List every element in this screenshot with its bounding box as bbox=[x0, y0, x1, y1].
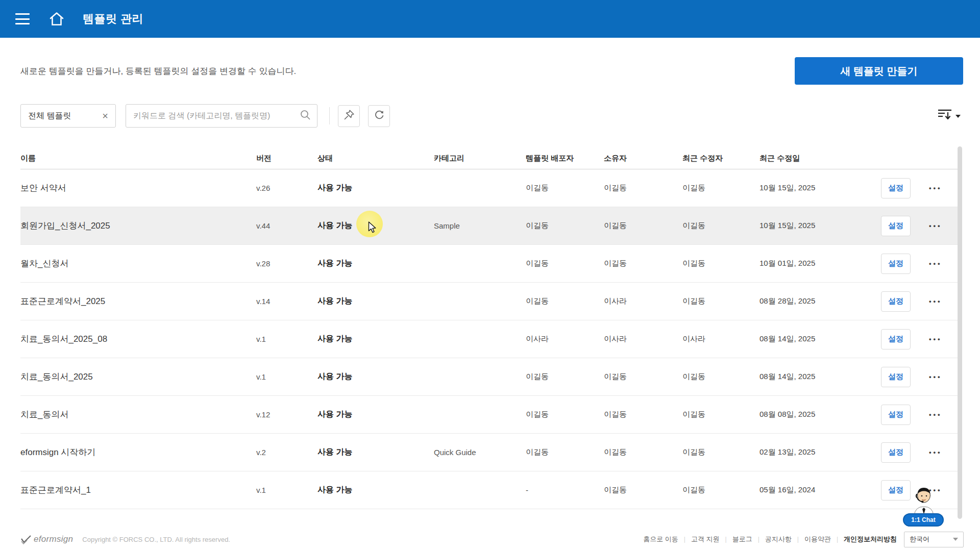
template-version: v.28 bbox=[256, 259, 317, 268]
more-options-icon[interactable]: ••• bbox=[929, 373, 942, 381]
more-options-icon[interactable]: ••• bbox=[929, 297, 942, 305]
footer-link-separator: | bbox=[758, 536, 760, 543]
template-last-modified-date: 08월 14일, 2025 bbox=[760, 372, 857, 382]
chat-agent-avatar[interactable] bbox=[912, 486, 936, 517]
table-row[interactable]: 보안 서약서v.26사용 가능이길동이길동이길동10월 15일, 2025설정•… bbox=[20, 169, 960, 207]
footer-link[interactable]: 개인정보처리방침 bbox=[844, 535, 897, 544]
settings-button[interactable]: 설정 bbox=[881, 367, 911, 387]
footer-link[interactable]: 이용약관 bbox=[804, 535, 831, 544]
more-options-icon[interactable]: ••• bbox=[929, 260, 942, 267]
template-status: 사용 가능 bbox=[317, 296, 434, 307]
language-selected-value: 한국어 bbox=[910, 535, 953, 544]
table-row[interactable]: 월차_신청서v.28사용 가능이길동이길동이길동10월 01일, 2025설정•… bbox=[20, 245, 960, 283]
footer-link[interactable]: 홈으로 이동 bbox=[643, 535, 678, 544]
template-version: v.14 bbox=[256, 297, 317, 306]
footer-link-separator: | bbox=[837, 536, 838, 543]
filter-toolbar: 전체 템플릿 × bbox=[20, 104, 963, 128]
footer-link-separator: | bbox=[684, 536, 685, 543]
template-last-modified-date: 08월 28일, 2025 bbox=[760, 296, 857, 306]
template-name: 월차_신청서 bbox=[20, 258, 256, 269]
footer-link-separator: | bbox=[725, 536, 727, 543]
settings-button[interactable]: 설정 bbox=[881, 291, 911, 312]
copyright-text: Copyright © FORCS CO., LTD. All rights r… bbox=[82, 536, 230, 543]
chat-button[interactable]: 1:1 Chat bbox=[903, 513, 944, 527]
template-version: v.12 bbox=[256, 410, 317, 419]
row-actions: 설정••• bbox=[857, 329, 960, 349]
row-actions: 설정••• bbox=[857, 178, 960, 198]
search-icon[interactable] bbox=[300, 109, 311, 122]
template-name: 치료_동의서_2025 bbox=[20, 371, 256, 383]
table-row[interactable]: 치료_동의서_2025v.1사용 가능이길동이길동이길동08월 14일, 202… bbox=[20, 358, 960, 396]
footer-link[interactable]: 공지사항 bbox=[765, 535, 792, 544]
template-version: v.44 bbox=[256, 221, 317, 230]
settings-button[interactable]: 설정 bbox=[881, 178, 911, 198]
column-header-4: 카테고리 bbox=[434, 154, 526, 163]
hamburger-menu-icon[interactable] bbox=[15, 13, 30, 24]
template-last-modifier: 이길동 bbox=[682, 447, 760, 457]
footer-link[interactable]: 블로그 bbox=[732, 535, 752, 544]
vertical-scrollbar[interactable] bbox=[958, 146, 962, 519]
row-actions: 설정••• bbox=[857, 405, 960, 425]
template-publisher: 이사라 bbox=[526, 334, 604, 344]
sort-options-button[interactable] bbox=[935, 106, 963, 126]
pin-filter-button[interactable] bbox=[338, 105, 360, 127]
table-row[interactable]: 표준근로계약서_1v.1사용 가능-이길동이길동05월 16일, 2024설정•… bbox=[20, 471, 960, 509]
template-category: Quick Guide bbox=[434, 448, 526, 457]
more-options-icon[interactable]: ••• bbox=[929, 335, 942, 343]
template-owner: 이길동 bbox=[604, 259, 682, 268]
home-icon[interactable] bbox=[49, 12, 64, 26]
chevron-down-icon bbox=[953, 538, 958, 541]
settings-button[interactable]: 설정 bbox=[881, 254, 911, 274]
refresh-button[interactable] bbox=[368, 105, 390, 127]
table-row[interactable]: eformsign 시작하기v.2사용 가능Quick Guide이길동이길동이… bbox=[20, 434, 960, 471]
close-icon[interactable]: × bbox=[102, 111, 108, 121]
template-version: v.2 bbox=[256, 448, 317, 457]
template-publisher: 이길동 bbox=[526, 447, 604, 457]
table-row[interactable]: 표준근로계약서_2025v.14사용 가능이길동이사라이길동08월 28일, 2… bbox=[20, 283, 960, 320]
template-status: 사용 가능 bbox=[317, 258, 434, 269]
template-publisher: 이길동 bbox=[526, 221, 604, 231]
template-status: 사용 가능 bbox=[317, 220, 434, 231]
settings-button[interactable]: 설정 bbox=[881, 329, 911, 349]
more-options-icon[interactable]: ••• bbox=[929, 448, 942, 456]
footer-link[interactable]: 고객 지원 bbox=[691, 535, 720, 544]
chevron-down-icon bbox=[955, 115, 961, 118]
template-last-modifier: 이길동 bbox=[682, 485, 760, 495]
template-publisher: 이길동 bbox=[526, 296, 604, 306]
template-category: Sample bbox=[434, 221, 526, 230]
template-owner: 이사라 bbox=[604, 334, 682, 344]
template-last-modifier: 이길동 bbox=[682, 296, 760, 306]
template-owner: 이길동 bbox=[604, 183, 682, 193]
more-options-icon[interactable]: ••• bbox=[929, 411, 942, 418]
more-options-icon[interactable]: ••• bbox=[929, 184, 942, 192]
pushpin-icon bbox=[343, 109, 355, 123]
settings-button[interactable]: 설정 bbox=[881, 216, 911, 236]
template-status: 사용 가능 bbox=[317, 334, 434, 344]
template-last-modified-date: 10월 15일, 2025 bbox=[760, 183, 857, 193]
language-selector[interactable]: 한국어 bbox=[904, 532, 964, 547]
settings-button[interactable]: 설정 bbox=[881, 480, 911, 500]
settings-button[interactable]: 설정 bbox=[881, 442, 911, 463]
template-version: v.1 bbox=[256, 486, 317, 494]
table-row[interactable]: 치료_동의서v.12사용 가능이길동이길동이길동08월 08일, 2025설정•… bbox=[20, 396, 960, 434]
settings-button[interactable]: 설정 bbox=[881, 405, 911, 425]
template-owner: 이길동 bbox=[604, 410, 682, 419]
page-description: 새로운 템플릿을 만들거나, 등록된 템플릿의 설정을 변경할 수 있습니다. bbox=[20, 65, 296, 77]
search-input[interactable] bbox=[133, 111, 300, 120]
table-row[interactable]: 치료_동의서_2025_08v.1사용 가능이사라이사라이사라08월 14일, … bbox=[20, 320, 960, 358]
sort-descending-icon bbox=[937, 108, 952, 123]
table-row[interactable]: 회원가입_신청서_2025v.44사용 가능Sample이길동이길동이길동10월… bbox=[20, 207, 960, 245]
more-options-icon[interactable]: ••• bbox=[929, 222, 942, 230]
template-publisher: 이길동 bbox=[526, 183, 604, 193]
new-template-button[interactable]: 새 템플릿 만들기 bbox=[795, 57, 963, 85]
template-last-modifier: 이길동 bbox=[682, 259, 760, 268]
row-actions: 설정••• bbox=[857, 254, 960, 274]
column-header-3: 상태 bbox=[317, 154, 434, 163]
template-name: 표준근로계약서_1 bbox=[20, 484, 256, 496]
template-name: 회원가입_신청서_2025 bbox=[20, 220, 256, 232]
template-last-modified-date: 02월 13일, 2025 bbox=[760, 447, 857, 457]
template-status: 사용 가능 bbox=[317, 371, 434, 382]
template-last-modifier: 이길동 bbox=[682, 410, 760, 419]
template-version: v.1 bbox=[256, 372, 317, 381]
template-scope-filter[interactable]: 전체 템플릿 × bbox=[20, 104, 116, 128]
